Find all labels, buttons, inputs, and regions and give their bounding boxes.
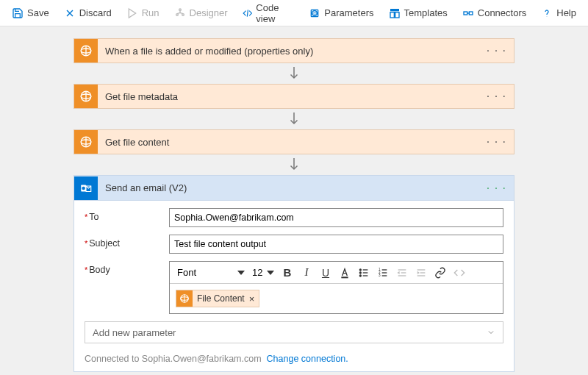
save-icon — [12, 7, 24, 19]
svg-rect-12 — [390, 12, 394, 17]
svg-marker-2 — [129, 9, 135, 18]
code-toggle-button[interactable] — [451, 264, 468, 282]
email-header[interactable]: Send an email (V2) · · · — [74, 176, 514, 201]
email-menu-button[interactable]: · · · — [479, 182, 514, 195]
help-button[interactable]: Help — [534, 4, 584, 22]
sharepoint-icon — [74, 130, 98, 154]
svg-line-7 — [247, 10, 248, 16]
connection-info: Connected to Sophia.Owen@fabrikam.com Ch… — [74, 348, 514, 371]
codeview-icon — [243, 7, 253, 19]
codeview-label: Code view — [256, 2, 294, 24]
designer-canvas: When a file is added or modified (proper… — [0, 26, 588, 375]
trigger-step[interactable]: When a file is added or modified (proper… — [74, 38, 514, 63]
content-title: Get file content — [105, 137, 479, 148]
svg-point-3 — [179, 9, 181, 11]
arrow-icon — [287, 63, 301, 84]
svg-point-33 — [359, 269, 361, 271]
svg-point-6 — [182, 13, 184, 15]
token-label: File Content — [197, 293, 245, 304]
help-icon — [541, 7, 553, 19]
connectors-icon — [462, 7, 474, 19]
parameters-button[interactable]: @ Parameters — [301, 4, 381, 22]
subject-input[interactable] — [169, 235, 503, 254]
toolbar: Save Discard Run Designer Code view @ Pa… — [0, 0, 588, 26]
sharepoint-icon — [74, 39, 98, 63]
bullet-list-button[interactable] — [355, 264, 373, 282]
connectors-label: Connectors — [478, 7, 526, 18]
indent-button[interactable] — [412, 264, 430, 282]
templates-icon — [389, 7, 401, 19]
connectors-button[interactable]: Connectors — [455, 4, 534, 22]
subject-label: *Subject — [85, 235, 169, 249]
email-form: *To *Subject *Body Font — [74, 201, 514, 348]
rte-toolbar: Font 12 B I U — [170, 262, 503, 284]
save-label: Save — [27, 7, 49, 18]
content-menu-button[interactable]: · · · — [479, 135, 514, 149]
add-parameter-dropdown[interactable]: Add new parameter — [85, 321, 503, 343]
svg-rect-13 — [395, 12, 398, 17]
outdent-button[interactable] — [393, 264, 411, 282]
run-label: Run — [142, 7, 159, 18]
parameters-label: Parameters — [324, 7, 373, 18]
svg-rect-15 — [469, 12, 473, 15]
to-input[interactable] — [169, 208, 503, 227]
discard-icon — [64, 7, 76, 19]
to-label: *To — [85, 208, 169, 222]
help-label: Help — [556, 7, 576, 18]
parameters-icon: @ — [309, 7, 320, 19]
save-button[interactable]: Save — [4, 4, 57, 22]
italic-button[interactable]: I — [298, 264, 315, 282]
discard-button[interactable]: Discard — [57, 4, 119, 22]
change-connection-link[interactable]: Change connection. — [267, 354, 348, 364]
underline-button[interactable]: U — [317, 264, 334, 282]
bold-button[interactable]: B — [279, 264, 296, 282]
sharepoint-icon — [176, 290, 193, 307]
chevron-down-icon — [237, 271, 245, 275]
designer-button[interactable]: Designer — [167, 4, 235, 22]
sharepoint-icon — [74, 85, 98, 108]
color-button[interactable] — [336, 264, 354, 282]
svg-rect-11 — [390, 9, 399, 11]
svg-point-35 — [359, 272, 361, 274]
body-content[interactable]: File Content × — [170, 284, 503, 313]
size-dropdown[interactable]: 12 — [249, 265, 277, 281]
svg-point-37 — [359, 275, 361, 276]
run-icon — [126, 7, 138, 19]
run-button[interactable]: Run — [119, 4, 167, 22]
svg-text:@: @ — [312, 11, 317, 15]
number-list-button[interactable]: 123 — [374, 264, 392, 282]
codeview-button[interactable]: Code view — [235, 0, 302, 27]
designer-label: Designer — [190, 7, 228, 18]
token-remove-button[interactable]: × — [245, 293, 259, 304]
metadata-title: Get file metadata — [105, 91, 479, 102]
metadata-menu-button[interactable]: · · · — [479, 90, 514, 103]
trigger-title: When a file is added or modified (proper… — [105, 46, 479, 57]
connection-email: Sophia.Owen@fabrikam.com — [142, 354, 262, 364]
metadata-step[interactable]: Get file metadata · · · — [74, 84, 514, 109]
body-editor: Font 12 B I U — [169, 261, 503, 314]
svg-rect-14 — [464, 12, 467, 15]
svg-point-5 — [176, 13, 178, 15]
font-dropdown[interactable]: Font — [174, 265, 248, 281]
svg-rect-32 — [341, 276, 348, 278]
svg-point-31 — [82, 186, 85, 190]
chevron-down-icon — [487, 328, 495, 337]
arrow-icon — [287, 154, 301, 175]
templates-label: Templates — [404, 7, 448, 18]
designer-icon — [174, 7, 186, 19]
arrow-icon — [287, 109, 301, 129]
discard-label: Discard — [79, 7, 112, 18]
trigger-menu-button[interactable]: · · · — [479, 44, 514, 57]
templates-button[interactable]: Templates — [381, 4, 455, 22]
link-button[interactable] — [431, 264, 449, 282]
svg-text:3: 3 — [379, 274, 381, 277]
outlook-icon — [74, 176, 98, 200]
email-step: Send an email (V2) · · · *To *Subject *B… — [74, 175, 514, 372]
file-content-token[interactable]: File Content × — [176, 290, 259, 307]
email-title: Send an email (V2) — [105, 182, 479, 193]
content-step[interactable]: Get file content · · · — [74, 129, 514, 154]
add-parameter-label: Add new parameter — [93, 327, 176, 338]
chevron-down-icon — [267, 271, 274, 275]
body-label: *Body — [85, 261, 169, 275]
